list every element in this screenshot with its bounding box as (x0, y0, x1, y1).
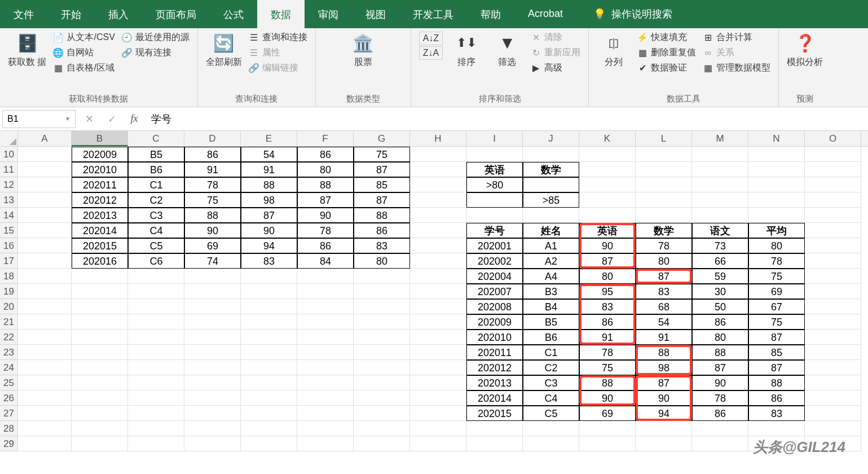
cell[interactable] (18, 360, 72, 375)
cell[interactable]: C3 (128, 208, 184, 223)
cell[interactable]: 74 (184, 253, 241, 269)
from-text-csv[interactable]: 📄从文本/CSV (53, 32, 114, 43)
cell[interactable] (184, 360, 241, 375)
col-header-G[interactable]: G (354, 131, 410, 146)
cell[interactable] (128, 330, 184, 345)
cell[interactable]: 80 (579, 269, 636, 284)
cell[interactable] (297, 314, 354, 330)
cell[interactable]: 202013 (466, 375, 523, 390)
cell[interactable]: 87 (636, 269, 692, 284)
properties[interactable]: ☰属性 (249, 47, 307, 59)
chevron-down-icon[interactable]: ▼ (65, 116, 71, 122)
cell[interactable]: B4 (523, 299, 579, 314)
cell[interactable]: 78 (184, 177, 241, 192)
cell[interactable] (410, 436, 466, 451)
cell[interactable] (410, 253, 466, 269)
cell[interactable] (805, 208, 861, 223)
cell[interactable]: 59 (692, 269, 748, 284)
cell[interactable] (128, 314, 184, 330)
cell[interactable] (72, 375, 128, 390)
cell[interactable]: 88 (579, 375, 636, 390)
cell[interactable]: 202011 (72, 177, 128, 192)
cell[interactable]: 84 (297, 253, 354, 269)
cell[interactable] (748, 208, 805, 223)
cell[interactable] (805, 162, 861, 177)
cell[interactable] (128, 269, 184, 284)
cell[interactable]: 88 (241, 177, 297, 192)
cell[interactable] (354, 360, 410, 375)
cell[interactable] (18, 208, 72, 223)
cell[interactable] (72, 330, 128, 345)
cell[interactable] (805, 345, 861, 360)
cell[interactable] (241, 314, 297, 330)
cell[interactable] (410, 147, 466, 162)
cell[interactable] (523, 147, 579, 162)
cell[interactable]: C1 (523, 345, 579, 360)
col-header-L[interactable]: L (636, 131, 692, 146)
edit-links[interactable]: 🔗编辑链接 (249, 62, 307, 74)
refresh-all-button[interactable]: 🔄 全部刷新 (206, 32, 242, 68)
ribbon-tab-Acrobat[interactable]: Acrobat (514, 0, 576, 28)
cell[interactable] (241, 406, 297, 421)
cell[interactable] (184, 284, 241, 299)
remove-duplicates[interactable]: ▦删除重复值 (637, 47, 696, 59)
select-all-corner[interactable] (0, 131, 18, 146)
cell[interactable]: 87 (241, 208, 297, 223)
cell[interactable] (636, 162, 692, 177)
cell[interactable] (636, 208, 692, 223)
cell[interactable] (354, 345, 410, 360)
cell[interactable] (72, 284, 128, 299)
cell[interactable]: 86 (579, 314, 636, 330)
cell[interactable] (410, 421, 466, 436)
cell[interactable]: 202009 (72, 147, 128, 162)
cell[interactable] (410, 192, 466, 208)
col-header-M[interactable]: M (692, 131, 748, 146)
cell[interactable]: >85 (523, 192, 579, 208)
cell[interactable] (354, 284, 410, 299)
cell[interactable] (636, 147, 692, 162)
row-header[interactable]: 21 (0, 314, 18, 330)
cell[interactable] (128, 345, 184, 360)
cell[interactable] (241, 330, 297, 345)
cell[interactable]: 202014 (72, 223, 128, 238)
cell[interactable] (523, 177, 579, 192)
col-header-D[interactable]: D (184, 131, 241, 146)
cell[interactable]: 54 (636, 314, 692, 330)
cell[interactable] (18, 238, 72, 253)
cell[interactable]: 86 (692, 314, 748, 330)
queries-connections[interactable]: ☰查询和连接 (249, 32, 307, 43)
cell[interactable]: 87 (354, 162, 410, 177)
cell[interactable] (297, 299, 354, 314)
cell[interactable]: 80 (297, 162, 354, 177)
cell[interactable]: 90 (184, 223, 241, 238)
cell[interactable]: 78 (748, 253, 805, 269)
cell[interactable] (748, 147, 805, 162)
cell[interactable] (72, 299, 128, 314)
what-if[interactable]: ❓ 模拟分析 (787, 32, 823, 68)
col-header-I[interactable]: I (466, 131, 523, 146)
cell[interactable] (128, 390, 184, 406)
row-header[interactable]: 27 (0, 406, 18, 421)
cell[interactable] (805, 284, 861, 299)
cell[interactable]: 88 (636, 345, 692, 360)
cell[interactable]: C6 (128, 253, 184, 269)
cell[interactable]: 75 (748, 269, 805, 284)
cell[interactable] (297, 406, 354, 421)
cell[interactable] (748, 162, 805, 177)
get-data-button[interactable]: 🗄️ 获取数 据 (8, 32, 46, 68)
cell[interactable] (128, 436, 184, 451)
cell[interactable] (748, 177, 805, 192)
filter-button[interactable]: ▼ 筛选 (490, 32, 524, 68)
row-header[interactable]: 14 (0, 208, 18, 223)
cell[interactable]: 85 (354, 177, 410, 192)
reapply[interactable]: ↻重新应用 (531, 47, 580, 59)
cell[interactable]: 86 (692, 406, 748, 421)
cell[interactable] (748, 421, 805, 436)
cell[interactable] (805, 375, 861, 390)
row-header[interactable]: 26 (0, 390, 18, 406)
col-header-B[interactable]: B (72, 131, 128, 146)
row-header[interactable]: 28 (0, 421, 18, 436)
cell[interactable] (184, 269, 241, 284)
col-header-K[interactable]: K (579, 131, 636, 146)
cell[interactable] (805, 406, 861, 421)
